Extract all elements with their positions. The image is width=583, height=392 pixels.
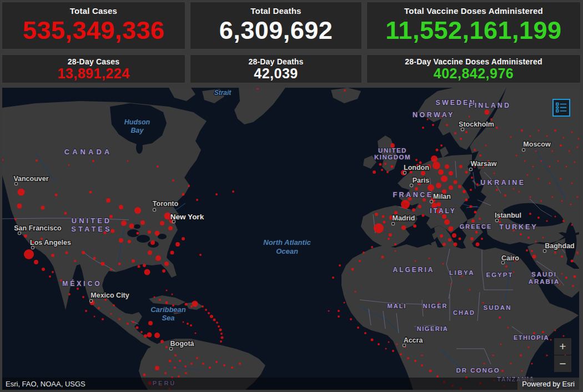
case-dot — [231, 366, 233, 369]
case-dot — [148, 321, 153, 325]
case-dot — [55, 194, 58, 197]
case-dot — [446, 124, 448, 126]
case-dot — [552, 150, 554, 152]
city-label: Milan — [433, 193, 451, 200]
zoom-in-button[interactable]: + — [554, 338, 571, 355]
case-dot — [443, 243, 446, 246]
legend-list-icon — [556, 102, 567, 113]
case-dot — [445, 164, 449, 169]
water-label: CaribbeanSea — [150, 305, 186, 322]
case-dot — [118, 318, 120, 320]
powered-by-esri[interactable]: Powered by Esri — [517, 378, 579, 390]
zoom-out-button[interactable]: − — [554, 355, 571, 372]
case-dot — [549, 183, 551, 184]
covid-dashboard: Total Cases 535,349,336 Total Deaths 6,3… — [0, 0, 583, 392]
case-dot — [422, 214, 425, 217]
case-dot — [527, 174, 529, 176]
case-dot — [106, 198, 110, 203]
country-label: MÉXICO — [62, 279, 102, 288]
case-dot — [169, 360, 172, 363]
case-dot — [355, 291, 356, 293]
case-dot — [196, 357, 198, 359]
case-dot — [471, 219, 475, 223]
case-dot — [64, 212, 67, 215]
case-dot — [208, 312, 210, 314]
case-dot — [121, 220, 127, 226]
case-dot — [438, 169, 444, 175]
case-dot — [138, 265, 140, 268]
case-dot — [571, 132, 573, 133]
country-label: LIBYA — [449, 269, 475, 276]
case-dot — [510, 363, 512, 365]
case-dot — [448, 238, 451, 242]
case-dot — [412, 208, 415, 212]
case-dot — [155, 366, 159, 370]
case-dot — [485, 145, 487, 147]
case-dot — [561, 255, 563, 258]
country-label: TURKEY — [499, 223, 537, 231]
case-dot — [428, 184, 434, 191]
case-dot — [391, 165, 394, 168]
case-dot — [577, 147, 579, 148]
case-dot — [132, 259, 135, 263]
case-dot — [431, 155, 438, 162]
case-dot — [465, 131, 468, 133]
case-dot — [440, 234, 443, 238]
world-map[interactable]: VancouverTorontoNew YorkSan FranciscoLos… — [2, 88, 579, 390]
28day-cases-panel: 28-Day Cases 13,891,224 — [2, 54, 185, 83]
case-dot — [571, 260, 574, 263]
case-dot — [463, 190, 466, 193]
case-dot — [394, 243, 396, 245]
case-dot — [499, 316, 501, 319]
case-dot — [24, 249, 34, 259]
total-cases-value: 535,349,336 — [23, 17, 165, 43]
case-dot — [257, 88, 259, 90]
case-dot — [357, 326, 359, 329]
case-dot — [481, 238, 483, 240]
28day-vaccine-panel: 28-Day Vaccine Doses Administered 402,84… — [366, 54, 581, 83]
great-lake5 — [134, 224, 140, 229]
case-dot — [215, 193, 218, 195]
legend-button[interactable] — [552, 99, 570, 117]
water-label: North AtlanticOcean — [263, 238, 311, 255]
case-dot — [554, 129, 556, 132]
city-label: Accra — [404, 336, 424, 344]
case-dot — [49, 275, 51, 278]
country-label: SAUDIARABIA — [529, 271, 560, 285]
case-dot — [562, 220, 565, 222]
case-dot — [429, 258, 430, 259]
city-label: Madrid — [393, 214, 415, 222]
case-dot — [485, 110, 490, 115]
case-dot — [521, 370, 523, 372]
case-dot — [554, 252, 556, 254]
case-dot — [179, 360, 181, 362]
case-dot — [421, 364, 423, 366]
case-dot — [364, 332, 366, 334]
case-dot — [102, 318, 104, 320]
case-dot — [374, 223, 384, 233]
country-label: CHAD — [453, 309, 475, 316]
case-dot — [546, 135, 548, 137]
country-label: DR CONGO — [456, 367, 500, 374]
case-dot — [388, 341, 390, 343]
case-dot — [41, 206, 45, 210]
map-canvas[interactable]: VancouverTorontoNew YorkSan FranciscoLos… — [2, 88, 579, 390]
city-marker — [469, 168, 472, 170]
case-dot — [82, 251, 85, 254]
case-dot — [505, 265, 507, 268]
case-dot — [154, 333, 160, 338]
city-label: Baghdad — [545, 242, 574, 250]
case-dot — [182, 193, 185, 196]
case-dot — [469, 289, 471, 291]
case-dot — [465, 199, 468, 202]
case-dot — [479, 218, 481, 220]
case-dot — [474, 211, 477, 214]
case-dot — [196, 199, 198, 201]
city-label: New York — [170, 213, 204, 221]
case-dot — [432, 124, 434, 126]
case-dot — [118, 263, 121, 265]
case-dot — [415, 159, 418, 161]
case-dot — [170, 251, 174, 255]
case-dot — [182, 237, 185, 240]
case-dot — [395, 250, 396, 252]
